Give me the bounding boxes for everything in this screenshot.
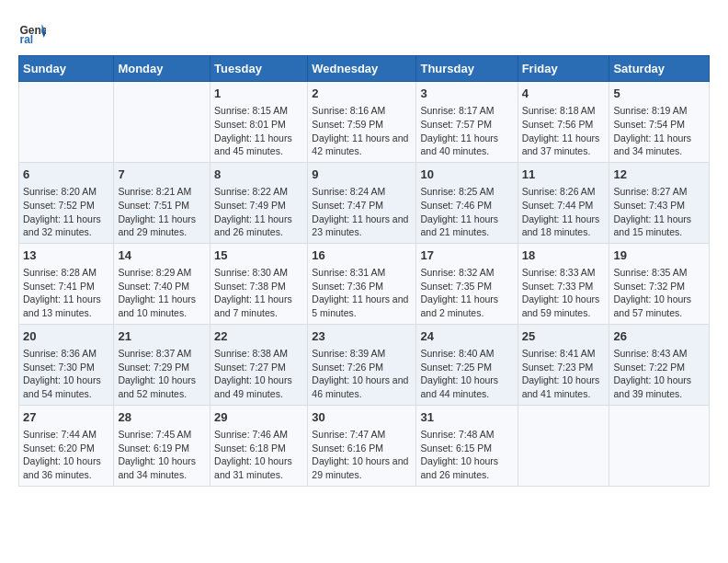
calendar-cell: 12Sunrise: 8:27 AMSunset: 7:43 PMDayligh…	[609, 162, 710, 243]
day-info-line: Daylight: 11 hours and 42 minutes.	[312, 132, 412, 158]
day-info-line: Daylight: 11 hours and 40 minutes.	[420, 132, 513, 158]
calendar-cell: 20Sunrise: 8:36 AMSunset: 7:30 PMDayligh…	[19, 324, 114, 405]
svg-text:ral: ral	[20, 33, 34, 46]
week-row-1: 1Sunrise: 8:15 AMSunset: 8:01 PMDaylight…	[19, 82, 710, 163]
day-info-line: Daylight: 10 hours and 36 minutes.	[23, 454, 109, 481]
day-info-line: Sunset: 7:32 PM	[613, 280, 705, 293]
day-info-line: Sunset: 7:57 PM	[420, 118, 513, 132]
day-number: 31	[420, 409, 513, 426]
calendar-cell: 4Sunrise: 8:18 AMSunset: 7:56 PMDaylight…	[518, 82, 609, 163]
day-info-line: Sunset: 7:25 PM	[420, 361, 513, 374]
day-number: 6	[23, 167, 109, 183]
day-number: 19	[613, 247, 705, 264]
header-day-wednesday: Wednesday	[308, 56, 416, 82]
day-info-line: Sunset: 6:15 PM	[420, 442, 513, 455]
day-info-line: Sunrise: 7:48 AM	[420, 428, 513, 442]
day-info-line: Sunrise: 7:44 AM	[23, 428, 109, 442]
day-number: 18	[522, 247, 606, 264]
header-day-sunday: Sunday	[19, 56, 114, 82]
day-number: 16	[312, 247, 412, 264]
day-info-line: Daylight: 11 hours and 32 minutes.	[23, 213, 109, 239]
day-info-line: Sunset: 7:46 PM	[420, 199, 513, 213]
day-info-line: Sunset: 6:18 PM	[214, 442, 303, 455]
day-number: 8	[214, 167, 303, 183]
day-info-line: Daylight: 10 hours and 54 minutes.	[23, 373, 109, 400]
day-number: 9	[312, 167, 412, 183]
day-info-line: Daylight: 10 hours and 26 minutes.	[420, 454, 513, 481]
day-info-line: Sunset: 6:19 PM	[118, 442, 206, 455]
day-info-line: Sunrise: 8:24 AM	[312, 185, 412, 199]
day-info-line: Daylight: 10 hours and 49 minutes.	[214, 373, 303, 400]
calendar-cell: 7Sunrise: 8:21 AMSunset: 7:51 PMDaylight…	[114, 162, 210, 243]
day-number: 27	[23, 409, 109, 426]
calendar-cell: 26Sunrise: 8:43 AMSunset: 7:22 PMDayligh…	[609, 324, 710, 405]
calendar-cell: 14Sunrise: 8:29 AMSunset: 7:40 PMDayligh…	[114, 243, 210, 324]
day-info-line: Daylight: 10 hours and 34 minutes.	[118, 454, 206, 481]
day-number: 1	[214, 86, 303, 102]
calendar-cell: 22Sunrise: 8:38 AMSunset: 7:27 PMDayligh…	[210, 324, 308, 405]
calendar-cell: 28Sunrise: 7:45 AMSunset: 6:19 PMDayligh…	[114, 405, 210, 486]
calendar-cell: 31Sunrise: 7:48 AMSunset: 6:15 PMDayligh…	[416, 405, 518, 486]
week-row-5: 27Sunrise: 7:44 AMSunset: 6:20 PMDayligh…	[19, 405, 710, 486]
day-info-line: Sunrise: 8:18 AM	[522, 104, 606, 118]
day-info-line: Sunset: 7:38 PM	[214, 280, 303, 293]
header-day-friday: Friday	[518, 56, 609, 82]
day-info-line: Sunrise: 8:33 AM	[522, 266, 606, 280]
calendar-cell: 3Sunrise: 8:17 AMSunset: 7:57 PMDaylight…	[416, 82, 518, 163]
day-info-line: Sunrise: 8:35 AM	[613, 266, 705, 280]
calendar-cell: 16Sunrise: 8:31 AMSunset: 7:36 PMDayligh…	[308, 243, 416, 324]
header-day-monday: Monday	[114, 56, 210, 82]
calendar-cell: 17Sunrise: 8:32 AMSunset: 7:35 PMDayligh…	[416, 243, 518, 324]
day-info-line: Sunrise: 8:28 AM	[23, 266, 109, 280]
calendar-cell: 10Sunrise: 8:25 AMSunset: 7:46 PMDayligh…	[416, 162, 518, 243]
day-info-line: Sunrise: 8:15 AM	[214, 104, 303, 118]
day-info-line: Sunset: 7:44 PM	[522, 199, 606, 213]
header-day-saturday: Saturday	[609, 56, 710, 82]
day-info-line: Daylight: 10 hours and 41 minutes.	[522, 373, 606, 400]
day-info-line: Sunset: 7:56 PM	[522, 118, 606, 132]
calendar-cell: 25Sunrise: 8:41 AMSunset: 7:23 PMDayligh…	[518, 324, 609, 405]
day-info-line: Sunrise: 8:20 AM	[23, 185, 109, 199]
day-info-line: Sunset: 7:51 PM	[118, 199, 206, 213]
day-info-line: Sunrise: 7:47 AM	[312, 428, 412, 442]
day-info-line: Sunrise: 8:36 AM	[23, 347, 109, 361]
day-info-line: Sunset: 8:01 PM	[214, 118, 303, 132]
header-day-thursday: Thursday	[416, 56, 518, 82]
day-number: 15	[214, 247, 303, 264]
calendar-cell: 27Sunrise: 7:44 AMSunset: 6:20 PMDayligh…	[19, 405, 114, 486]
calendar-cell	[518, 405, 609, 486]
day-info-line: Daylight: 10 hours and 39 minutes.	[613, 373, 705, 400]
day-info-line: Sunrise: 8:17 AM	[420, 104, 513, 118]
logo-icon: Gene ral	[18, 18, 46, 46]
day-number: 17	[420, 247, 513, 264]
day-info-line: Sunset: 7:23 PM	[522, 361, 606, 374]
day-info-line: Sunset: 7:43 PM	[613, 199, 705, 213]
calendar-cell: 11Sunrise: 8:26 AMSunset: 7:44 PMDayligh…	[518, 162, 609, 243]
day-number: 10	[420, 167, 513, 183]
day-number: 30	[312, 409, 412, 426]
logo: Gene ral	[18, 18, 50, 46]
header-day-tuesday: Tuesday	[210, 56, 308, 82]
calendar-cell: 18Sunrise: 8:33 AMSunset: 7:33 PMDayligh…	[518, 243, 609, 324]
day-info-line: Sunrise: 8:38 AM	[214, 347, 303, 361]
day-info-line: Sunrise: 8:40 AM	[420, 347, 513, 361]
day-info-line: Sunset: 7:59 PM	[312, 118, 412, 132]
calendar-header: SundayMondayTuesdayWednesdayThursdayFrid…	[19, 56, 710, 82]
day-info-line: Sunrise: 8:39 AM	[312, 347, 412, 361]
day-number: 29	[214, 409, 303, 426]
calendar-cell: 1Sunrise: 8:15 AMSunset: 8:01 PMDaylight…	[210, 82, 308, 163]
day-info-line: Sunrise: 8:43 AM	[613, 347, 705, 361]
day-info-line: Daylight: 10 hours and 31 minutes.	[214, 454, 303, 481]
day-info-line: Daylight: 11 hours and 18 minutes.	[522, 213, 606, 239]
day-number: 24	[420, 328, 513, 345]
day-info-line: Sunset: 7:26 PM	[312, 361, 412, 374]
calendar-cell: 29Sunrise: 7:46 AMSunset: 6:18 PMDayligh…	[210, 405, 308, 486]
week-row-3: 13Sunrise: 8:28 AMSunset: 7:41 PMDayligh…	[19, 243, 710, 324]
day-number: 11	[522, 167, 606, 183]
header-row: SundayMondayTuesdayWednesdayThursdayFrid…	[19, 56, 710, 82]
day-info-line: Sunset: 6:16 PM	[312, 442, 412, 455]
day-number: 5	[613, 86, 705, 102]
day-info-line: Daylight: 11 hours and 2 minutes.	[420, 293, 513, 319]
calendar-cell: 8Sunrise: 8:22 AMSunset: 7:49 PMDaylight…	[210, 162, 308, 243]
day-info-line: Daylight: 11 hours and 45 minutes.	[214, 132, 303, 158]
